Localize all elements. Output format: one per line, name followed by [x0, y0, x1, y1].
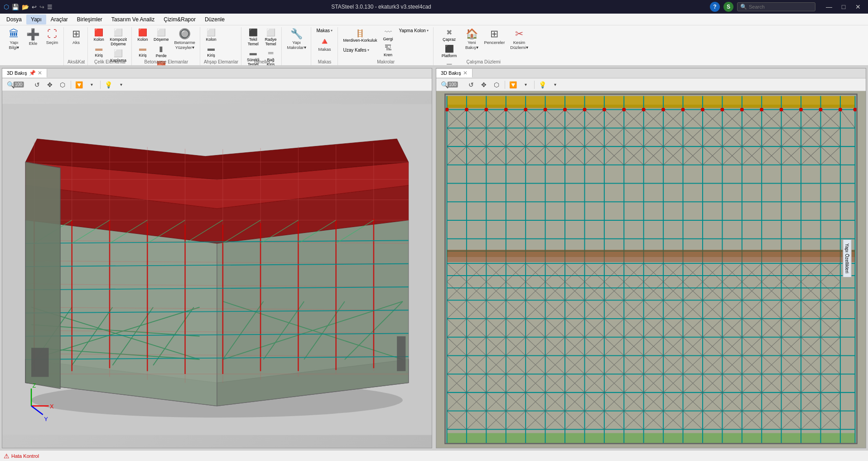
- makas-dd-label: Makas: [317, 28, 330, 33]
- yapma-kolon-button[interactable]: Yapma Kolon ▾: [397, 27, 430, 34]
- right-grid-view[interactable]: [436, 91, 866, 448]
- svg-rect-245: [447, 257, 855, 262]
- right-tab-close-icon[interactable]: ✕: [463, 70, 468, 76]
- celik-kiris-button[interactable]: ▬ Kiriş: [92, 44, 106, 58]
- search-input[interactable]: [749, 4, 812, 10]
- left-view3d-tool[interactable]: ⬡: [57, 79, 68, 90]
- help-icon[interactable]: ?: [710, 2, 720, 12]
- ribbon-group-celik: 🟥 Kolon ▬ Kiriş ⬜ KompozitDöşeme ⬜ Kapla…: [89, 27, 132, 65]
- yapma-kolon-label: Yapma Kolon: [399, 28, 426, 33]
- menu-birlesimler[interactable]: Birleşimler: [72, 15, 107, 24]
- quick-save-icon[interactable]: 💾: [12, 4, 19, 10]
- doseme-button[interactable]: ⬜ Döşeme: [152, 27, 171, 43]
- right-display-tool[interactable]: 💡: [537, 79, 548, 90]
- kren-button[interactable]: 🏗 Kren: [381, 43, 395, 58]
- right-filter-tool[interactable]: 🔽: [508, 79, 519, 90]
- capraz-icon: ✖: [446, 28, 452, 37]
- menubar: Dosya Yapı Araçlar Birleşimler Tasarım V…: [0, 14, 868, 25]
- right-view3d-tool[interactable]: ⬡: [491, 79, 502, 90]
- svg-rect-79: [447, 105, 855, 108]
- ribbon-group-label-ahsap: Ahşap Elemanlar: [204, 58, 238, 65]
- redo-icon[interactable]: ↪: [39, 4, 44, 10]
- ahsap-kiris-button[interactable]: ▬ Kiriş: [204, 44, 218, 58]
- aks-button[interactable]: ⊞ Aks: [68, 27, 85, 54]
- ahsap-kolon-button[interactable]: ⬜ Kolon: [204, 27, 218, 43]
- ribbon-yapi-makro-buttons: 🔧 YapıMakrolar▾: [285, 27, 308, 63]
- ribbon-akskat-buttons: ⊞ Aks: [68, 27, 85, 58]
- uzay-kafes-label: Uzay Kafes: [343, 48, 366, 53]
- menu-yapi[interactable]: Yapı: [26, 15, 46, 24]
- ribbon-group-label-betonarme: Betonarme Elemanlar: [135, 58, 197, 65]
- betonarme-yuzeyler-button[interactable]: 🔘 BetonarmeYüzeyler▾: [172, 27, 197, 53]
- right-filter-arrow[interactable]: ▾: [521, 79, 531, 90]
- perde-button[interactable]: ▮ Perde: [152, 44, 171, 59]
- aks-icon: ⊞: [72, 29, 80, 39]
- beton-kiris-button[interactable]: ▬ Kiriş: [135, 44, 150, 58]
- left-tab-close-icon[interactable]: ✕: [38, 70, 42, 76]
- ribbon-group-temeller: ⬛ TekilTemel ▬ SürekliTemel ⬜ RadyeTemel…: [242, 27, 282, 65]
- svg-rect-77: [442, 91, 860, 448]
- menu-duzenle[interactable]: Düzenle: [200, 15, 229, 24]
- menu-dosya[interactable]: Dosya: [2, 15, 26, 24]
- undo-icon[interactable]: ↩: [32, 4, 37, 10]
- uzay-kafes-button[interactable]: Uzay Kafes ▾: [342, 47, 379, 53]
- pencereler-label: Pencereler: [484, 40, 505, 45]
- ribbon-group-label-yapi-makro: [285, 63, 308, 65]
- menu-tasarim[interactable]: Tasarım Ve Analiz: [107, 15, 159, 24]
- ribbon-makro-col1: 🪜 Merdiven-Korkuluk Uzay Kafes ▾: [342, 27, 379, 54]
- yapi-bilgi-button[interactable]: 🏛 YapıBilgi▾: [5, 27, 23, 54]
- left-pan-tool[interactable]: ✥: [44, 79, 55, 90]
- ekle-button[interactable]: ➕ Ekle: [24, 27, 42, 54]
- radye-temel-button[interactable]: ⬜ RadyeTemel: [263, 27, 279, 47]
- yapi-bilgi-icon: 🏛: [9, 29, 19, 39]
- left-view-tab[interactable]: 3D Bakış 📌 ✕: [2, 69, 47, 78]
- makas-big-button[interactable]: 🔺 Makas: [315, 35, 335, 57]
- svg-point-615: [622, 108, 626, 112]
- right-panel-tab-bar: 3D Bakış ✕: [436, 68, 866, 78]
- left-filter-arrow[interactable]: ▾: [87, 79, 97, 90]
- platform-button[interactable]: ⬛ Platform: [437, 44, 462, 59]
- celik-kolon-button[interactable]: 🟥 Kolon: [92, 27, 106, 43]
- radye-temel-icon: ⬜: [266, 28, 275, 37]
- svg-text:Z: Z: [33, 382, 36, 389]
- menu-icon[interactable]: ☰: [47, 4, 53, 10]
- left-view-content[interactable]: X Z Y: [2, 91, 432, 448]
- left-display-tool[interactable]: 💡: [103, 79, 114, 90]
- secim-button[interactable]: ⛶ Seçim: [43, 27, 61, 54]
- pencereler-button[interactable]: ⊞ Pencereler: [482, 27, 506, 53]
- capraz-button[interactable]: ✖ Çapraz: [437, 27, 462, 43]
- right-side-panel-tab[interactable]: Yapı Özellikleri: [843, 239, 852, 277]
- menu-cizim[interactable]: Çizim&Rapor: [159, 15, 200, 24]
- ribbon-makas-buttons: Makas ▾ 🔺 Makas: [315, 27, 335, 58]
- left-tab-pin-icon[interactable]: 📌: [29, 70, 36, 76]
- quick-open-icon[interactable]: 📂: [22, 4, 29, 10]
- maximize-button[interactable]: □: [837, 2, 850, 11]
- user-icon[interactable]: S: [723, 2, 733, 12]
- close-button[interactable]: ✕: [852, 2, 864, 11]
- right-rotate-tool[interactable]: ↺: [466, 79, 477, 90]
- left-display-arrow[interactable]: ▾: [116, 79, 127, 90]
- svg-rect-70: [397, 336, 405, 371]
- kesim-duzlemi-button[interactable]: ✂ KesimDüzlemi▾: [508, 27, 530, 53]
- statusbar: ⚠ Hata Kontrol: [0, 450, 868, 461]
- right-pan-tool[interactable]: ✥: [478, 79, 489, 90]
- yeni-bakis-button[interactable]: 🏠 YeniBakış▾: [463, 27, 480, 53]
- left-rotate-tool[interactable]: ↺: [32, 79, 43, 90]
- right-display-arrow[interactable]: ▾: [550, 79, 561, 90]
- makas-dropdown-button[interactable]: Makas ▾: [315, 27, 335, 34]
- left-filter-tool[interactable]: 🔽: [74, 79, 85, 90]
- search-box[interactable]: 🔍: [737, 2, 815, 11]
- menu-araclar[interactable]: Araçlar: [46, 15, 72, 24]
- gergi-button[interactable]: 〰 Gergi: [381, 27, 395, 42]
- merdiven-button[interactable]: 🪜 Merdiven-Korkuluk: [342, 28, 379, 44]
- svg-point-609: [504, 108, 508, 112]
- kompozit-button[interactable]: ⬜ KompozitDöşeme: [108, 27, 129, 47]
- yapi-makrolari-icon: 🔧: [290, 29, 303, 39]
- right-view-tab[interactable]: 3D Bakış ✕: [436, 69, 473, 78]
- minimize-button[interactable]: —: [823, 2, 835, 11]
- beton-kolon-button[interactable]: 🟥 Kolon: [135, 27, 150, 43]
- ribbon: 🏛 YapıBilgi▾ ➕ Ekle ⛶ Seçim ⊞ Aks Aks&Ka…: [0, 25, 868, 66]
- yapi-makrolari-button[interactable]: 🔧 YapıMakrolar▾: [285, 27, 308, 54]
- tekil-temel-button[interactable]: ⬛ TekilTemel: [245, 27, 261, 47]
- ribbon-makro-col2: 〰 Gergi 🏗 Kren: [381, 27, 395, 54]
